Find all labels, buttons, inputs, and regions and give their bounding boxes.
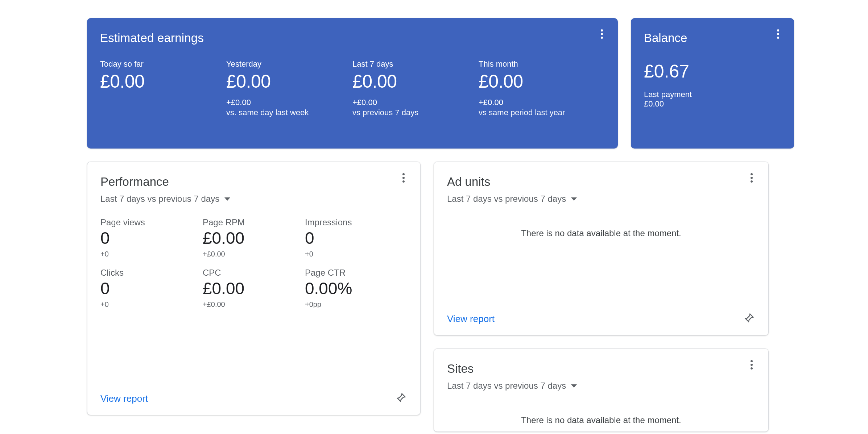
metric-value: 0 <box>100 279 203 298</box>
svg-point-3 <box>777 29 779 32</box>
bottom-row: Performance Last 7 days vs previous 7 da… <box>87 162 782 432</box>
metric-label: Page RPM <box>203 217 305 228</box>
estimated-earnings-title: Estimated earnings <box>100 31 605 45</box>
svg-point-10 <box>751 177 753 179</box>
svg-point-14 <box>751 367 753 370</box>
svg-point-13 <box>751 364 753 366</box>
ad-units-view-report-link[interactable]: View report <box>447 313 495 325</box>
svg-point-1 <box>601 33 603 35</box>
performance-card: Performance Last 7 days vs previous 7 da… <box>87 162 421 415</box>
svg-point-9 <box>751 173 753 175</box>
chevron-down-icon <box>571 197 577 201</box>
earnings-menu-button[interactable] <box>595 28 608 41</box>
balance-menu-button[interactable] <box>772 28 785 41</box>
performance-metrics: Page views 0 +0 Page RPM £0.00 +£0.00 Im… <box>100 217 407 309</box>
more-vert-icon <box>751 360 753 371</box>
pin-icon <box>396 392 406 405</box>
more-vert-icon <box>402 173 405 184</box>
earnings-value: £0.00 <box>479 71 605 92</box>
metric-page-rpm: Page RPM £0.00 +£0.00 <box>203 217 305 258</box>
earnings-col-today: Today so far £0.00 <box>100 59 226 117</box>
svg-point-12 <box>751 360 753 362</box>
sites-empty-text: There is no data available at the moment… <box>447 415 755 425</box>
top-row: Estimated earnings Today so far £0.00 Ye… <box>87 18 782 149</box>
earnings-compare: vs. same day last week <box>226 108 352 117</box>
metric-label: Clicks <box>100 268 203 278</box>
pin-icon <box>744 313 755 325</box>
dashboard: Estimated earnings Today so far £0.00 Ye… <box>0 0 868 434</box>
svg-point-6 <box>402 173 405 175</box>
metric-label: Impressions <box>305 217 407 228</box>
more-vert-icon <box>601 29 603 40</box>
metric-value: 0 <box>305 228 407 248</box>
earnings-delta: +£0.00 <box>226 98 352 107</box>
balance-value: £0.67 <box>644 61 781 82</box>
range-label: Last 7 days vs previous 7 days <box>447 381 566 391</box>
ad-units-title: Ad units <box>447 175 755 189</box>
earnings-label: This month <box>479 59 605 69</box>
metric-value: £0.00 <box>203 228 305 248</box>
svg-point-5 <box>777 37 779 39</box>
metric-cpc: CPC £0.00 +£0.00 <box>203 268 305 309</box>
range-label: Last 7 days vs previous 7 days <box>100 194 219 204</box>
earnings-col-month: This month £0.00 +£0.00 vs same period l… <box>479 59 605 117</box>
more-vert-icon <box>751 173 753 184</box>
performance-pin-button[interactable] <box>395 392 407 405</box>
metric-label: CPC <box>203 268 305 278</box>
earnings-compare: vs same period last year <box>479 108 605 117</box>
balance-title: Balance <box>644 31 781 45</box>
ad-units-card: Ad units Last 7 days vs previous 7 days … <box>434 162 769 335</box>
metric-value: 0.00% <box>305 279 407 298</box>
range-label: Last 7 days vs previous 7 days <box>447 194 566 204</box>
last-payment-label: Last payment <box>644 90 781 99</box>
metric-clicks: Clicks 0 +0 <box>100 268 203 309</box>
svg-point-7 <box>402 177 405 179</box>
svg-point-11 <box>751 180 753 183</box>
metric-value: £0.00 <box>203 279 305 298</box>
metric-value: 0 <box>100 228 203 248</box>
right-column: Ad units Last 7 days vs previous 7 days … <box>434 162 769 432</box>
earnings-delta: +£0.00 <box>479 98 605 107</box>
svg-point-4 <box>777 33 779 35</box>
sites-card: Sites Last 7 days vs previous 7 days The… <box>434 349 769 432</box>
balance-card: Balance £0.67 Last payment £0.00 <box>631 18 794 149</box>
ad-units-range-dropdown[interactable]: Last 7 days vs previous 7 days <box>447 194 755 207</box>
performance-view-report-link[interactable]: View report <box>100 393 148 404</box>
metric-label: Page views <box>100 217 203 228</box>
earnings-col-7days: Last 7 days £0.00 +£0.00 vs previous 7 d… <box>352 59 479 117</box>
chevron-down-icon <box>224 197 230 201</box>
ad-units-empty-text: There is no data available at the moment… <box>447 228 755 238</box>
metric-delta: +0 <box>305 250 407 258</box>
svg-point-8 <box>402 180 405 183</box>
earnings-col-yesterday: Yesterday £0.00 +£0.00 vs. same day last… <box>226 59 352 117</box>
performance-range-dropdown[interactable]: Last 7 days vs previous 7 days <box>100 194 407 207</box>
earnings-delta: +£0.00 <box>352 98 479 107</box>
ad-units-menu-button[interactable] <box>745 172 758 185</box>
performance-title: Performance <box>100 175 407 189</box>
metric-delta: +0pp <box>305 300 407 309</box>
earnings-columns: Today so far £0.00 Yesterday £0.00 +£0.0… <box>100 59 605 117</box>
last-payment-value: £0.00 <box>644 99 781 109</box>
earnings-value: £0.00 <box>100 71 226 92</box>
svg-point-0 <box>601 29 603 32</box>
sites-menu-button[interactable] <box>745 359 758 372</box>
metric-delta: +0 <box>100 250 203 258</box>
metric-page-views: Page views 0 +0 <box>100 217 203 258</box>
more-vert-icon <box>777 29 779 40</box>
metric-delta: +0 <box>100 300 203 309</box>
sites-range-dropdown[interactable]: Last 7 days vs previous 7 days <box>447 381 755 394</box>
svg-point-2 <box>601 37 603 39</box>
earnings-value: £0.00 <box>226 71 352 92</box>
sites-title: Sites <box>447 362 755 376</box>
metric-delta: +£0.00 <box>203 250 305 258</box>
earnings-label: Yesterday <box>226 59 352 69</box>
metric-page-ctr: Page CTR 0.00% +0pp <box>305 268 407 309</box>
chevron-down-icon <box>571 384 577 388</box>
earnings-label: Last 7 days <box>352 59 479 69</box>
performance-menu-button[interactable] <box>397 172 410 185</box>
earnings-value: £0.00 <box>352 71 479 92</box>
metric-impressions: Impressions 0 +0 <box>305 217 407 258</box>
earnings-label: Today so far <box>100 59 226 69</box>
ad-units-pin-button[interactable] <box>743 313 755 325</box>
earnings-compare: vs previous 7 days <box>352 108 479 117</box>
